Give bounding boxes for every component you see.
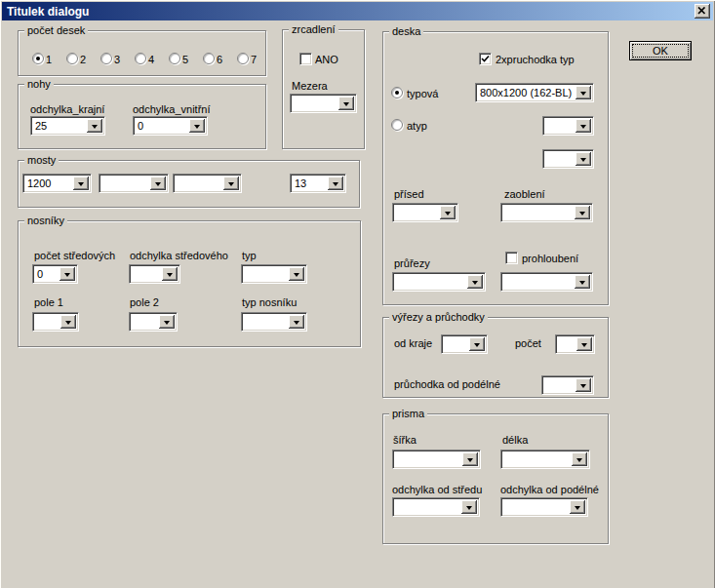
ano-checkbox[interactable] [299, 53, 312, 65]
dropdown-button[interactable] [575, 275, 590, 289]
pruchodka-od-podelne-label: průchodka od podélné [394, 378, 500, 390]
mosty-combo-1[interactable]: 1200 [22, 174, 92, 193]
odchylka-stredoveho-label: odchylka středového [130, 250, 228, 261]
dropdown-button[interactable] [223, 176, 239, 190]
dropdown-button[interactable] [289, 267, 304, 281]
group-prisma-title: prisma [389, 408, 427, 420]
window-title: Titulek dialogu [7, 5, 89, 19]
radio-pocet-1[interactable] [32, 53, 44, 64]
delka-combo[interactable] [500, 450, 590, 469]
odchylka-vnitrni-combo[interactable]: 0 [133, 116, 208, 136]
dropdown-button[interactable] [73, 176, 89, 190]
odchylka-krajni-label: odchylka_krajní [30, 103, 104, 115]
chevron-down-icon [343, 102, 349, 106]
mosty-combo-2[interactable] [99, 174, 169, 193]
dropdown-button[interactable] [576, 152, 591, 166]
odchylka-stredoveho-combo[interactable] [129, 264, 180, 284]
dropdown-button[interactable] [189, 119, 205, 133]
atyp-radio[interactable] [391, 119, 403, 131]
dropdown-button[interactable] [328, 176, 343, 190]
pruchodka-typ-checkbox[interactable] [479, 53, 492, 65]
prised-combo[interactable] [392, 203, 458, 222]
pruchodka-typ-label: 2xpruchodka typ [496, 54, 575, 65]
group-mosty-title: mosty [24, 154, 59, 167]
dropdown-button[interactable] [150, 176, 166, 190]
chevron-down-icon [294, 321, 299, 325]
dropdown-button[interactable] [289, 315, 304, 329]
dropdown-button[interactable] [570, 500, 585, 514]
od-kraje-combo[interactable] [441, 334, 488, 354]
title-bar[interactable]: Titulek dialogu [2, 2, 713, 20]
radio-pocet-5[interactable] [169, 53, 180, 64]
radio-pocet-3[interactable] [100, 53, 112, 64]
odchylka-od-stredu-combo[interactable] [392, 497, 480, 517]
dropdown-button[interactable] [338, 97, 354, 110]
dropdown-button[interactable] [469, 337, 485, 351]
dropdown-button[interactable] [576, 119, 591, 133]
odchylka-krajni-value: 25 [35, 120, 47, 132]
pocet-stredovych-combo[interactable]: 0 [32, 264, 78, 284]
chevron-down-icon [445, 212, 451, 216]
dropdown-button[interactable] [87, 119, 102, 133]
chevron-down-icon [576, 458, 582, 462]
dropdown-button[interactable] [575, 206, 590, 219]
atyp-combo-1[interactable] [542, 116, 594, 136]
sirka-combo[interactable] [392, 450, 481, 469]
pocet-label: počet [515, 337, 541, 349]
radio-pocet-6[interactable] [203, 53, 215, 64]
typ-combo[interactable] [241, 264, 307, 284]
prohloubeni-combo[interactable] [500, 272, 593, 292]
prohloubeni-checkbox[interactable] [505, 252, 518, 264]
pole-2-combo[interactable] [129, 312, 178, 332]
dropdown-button[interactable] [60, 315, 76, 329]
chevron-down-icon [167, 273, 173, 277]
dropdown-button[interactable] [576, 86, 591, 99]
ok-button[interactable]: OK [629, 41, 692, 60]
chevron-down-icon [580, 92, 586, 96]
pruchodka-od-podelne-combo[interactable] [541, 375, 594, 395]
dropdown-button[interactable] [461, 500, 477, 514]
typ-nosniku-label: typ nosníku [242, 296, 297, 308]
typova-label: typová [407, 88, 438, 99]
chevron-down-icon [581, 343, 587, 347]
pocet-stredovych-label: počet středových [34, 250, 115, 261]
chevron-down-icon [580, 125, 586, 129]
prurezy-combo[interactable] [392, 272, 486, 292]
group-nohy-title: nohy [24, 78, 54, 91]
radio-dot [36, 57, 40, 60]
typova-radio[interactable] [391, 87, 403, 98]
radio-pocet-2[interactable] [66, 53, 78, 64]
typ-nosniku-combo[interactable] [241, 312, 307, 332]
mosty-combo-3[interactable] [173, 174, 242, 193]
atyp-combo-2[interactable] [542, 149, 594, 169]
zaobleni-combo[interactable] [500, 203, 593, 222]
dropdown-button[interactable] [440, 206, 456, 219]
odchylka-vnitrni-value: 0 [138, 120, 143, 132]
prised-label: přísed [394, 188, 424, 200]
chevron-down-icon [580, 384, 586, 388]
radio-pocet-7[interactable] [237, 53, 249, 64]
dropdown-button[interactable] [467, 275, 483, 289]
dropdown-button[interactable] [462, 452, 478, 466]
typova-combo[interactable]: 800x1200 (162-BL) [475, 83, 594, 102]
chevron-down-icon [472, 281, 478, 285]
mezera-combo[interactable] [290, 94, 357, 113]
check-icon [481, 55, 490, 63]
odchylka-od-podelne-combo[interactable] [500, 497, 588, 517]
dropdown-button[interactable] [572, 452, 587, 466]
dropdown-button[interactable] [162, 267, 178, 281]
close-button[interactable] [695, 4, 710, 19]
dropdown-button[interactable] [576, 337, 592, 351]
group-pocet-desek-title: počet desek [24, 24, 88, 37]
pocet-combo[interactable] [555, 334, 595, 354]
close-icon [697, 7, 706, 15]
pole-2-label: pole 2 [130, 296, 159, 308]
dropdown-button[interactable] [60, 267, 75, 281]
dropdown-button[interactable] [159, 315, 175, 329]
odchylka-krajni-combo[interactable]: 25 [30, 116, 105, 136]
dropdown-button[interactable] [576, 378, 591, 392]
radio-pocet-2-label: 2 [80, 54, 86, 65]
mosty-combo-4[interactable]: 13 [290, 174, 346, 193]
pole-1-combo[interactable] [32, 312, 79, 332]
radio-pocet-4[interactable] [135, 53, 146, 64]
